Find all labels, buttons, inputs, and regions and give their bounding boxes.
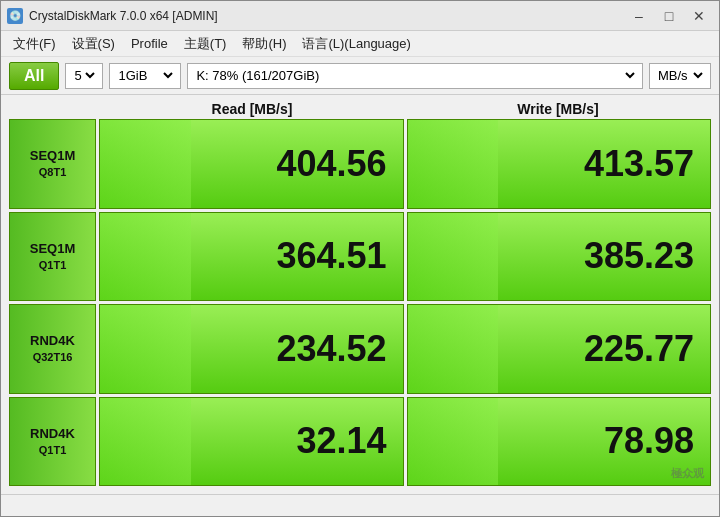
row-sub-label: Q32T16 xyxy=(33,350,73,364)
window-title: CrystalDiskMark 7.0.0 x64 [ADMIN] xyxy=(29,9,218,23)
row-sub-label: Q8T1 xyxy=(39,165,67,179)
main-window: 💿 CrystalDiskMark 7.0.0 x64 [ADMIN] – □ … xyxy=(0,0,720,517)
menu-help[interactable]: 帮助(H) xyxy=(234,33,294,55)
menu-file[interactable]: 文件(F) xyxy=(5,33,64,55)
write-value: 78.98 xyxy=(604,420,694,462)
watermark: 極众观 xyxy=(671,466,704,481)
row-label-rnd4k-q32t16: RND4K Q32T16 xyxy=(9,304,96,394)
read-cell-rnd4k-q1t1: 32.14 xyxy=(99,397,404,487)
row-label-seq1m-q8t1: SEQ1M Q8T1 xyxy=(9,119,96,209)
write-cell-rnd4k-q1t1: 78.98 極众观 xyxy=(407,397,712,487)
minimize-button[interactable]: – xyxy=(625,5,653,27)
read-cell-seq1m-q1t1: 364.51 xyxy=(99,212,404,302)
write-cell-seq1m-q8t1: 413.57 xyxy=(407,119,712,209)
row-sub-label: Q1T1 xyxy=(39,258,67,272)
drive-select[interactable]: K: 78% (161/207GiB) xyxy=(192,67,638,84)
read-value: 404.56 xyxy=(276,143,386,185)
read-value: 234.52 xyxy=(276,328,386,370)
row-main-label: RND4K xyxy=(30,426,75,443)
size-select[interactable]: 512MB 1GiB 2GiB 4GiB 8GiB 16GiB 32GiB xyxy=(114,67,176,84)
app-icon: 💿 xyxy=(7,8,23,24)
read-cell-seq1m-q8t1: 404.56 xyxy=(99,119,404,209)
close-button[interactable]: ✕ xyxy=(685,5,713,27)
bottom-bar xyxy=(1,494,719,516)
row-label-seq1m-q1t1: SEQ1M Q1T1 xyxy=(9,212,96,302)
col-write-header: Write [MB/s] xyxy=(405,101,711,117)
drive-select-box[interactable]: K: 78% (161/207GiB) xyxy=(187,63,643,89)
window-controls: – □ ✕ xyxy=(625,5,713,27)
read-cell-rnd4k-q32t16: 234.52 xyxy=(99,304,404,394)
write-cell-seq1m-q1t1: 385.23 xyxy=(407,212,712,302)
all-button[interactable]: All xyxy=(9,62,59,90)
read-value: 32.14 xyxy=(296,420,386,462)
menubar: 文件(F) 设置(S) Profile 主题(T) 帮助(H) 语言(L)(La… xyxy=(1,31,719,57)
table-header: Read [MB/s] Write [MB/s] xyxy=(99,101,711,117)
row-sub-label: Q1T1 xyxy=(39,443,67,457)
unit-select-box[interactable]: MB/s GB/s IOPS μs xyxy=(649,63,711,89)
menu-theme[interactable]: 主题(T) xyxy=(176,33,235,55)
row-main-label: RND4K xyxy=(30,333,75,350)
row-main-label: SEQ1M xyxy=(30,241,76,258)
menu-profile[interactable]: Profile xyxy=(123,34,176,53)
table-row: RND4K Q32T16 234.52 225.77 xyxy=(9,304,711,394)
table-row: SEQ1M Q1T1 364.51 385.23 xyxy=(9,212,711,302)
title-bar: 💿 CrystalDiskMark 7.0.0 x64 [ADMIN] – □ … xyxy=(1,1,719,31)
data-table: SEQ1M Q8T1 404.56 413.57 SEQ1M Q1T1 364.… xyxy=(9,119,711,486)
menu-language[interactable]: 语言(L)(Language) xyxy=(294,33,418,55)
main-content: Read [MB/s] Write [MB/s] SEQ1M Q8T1 404.… xyxy=(1,95,719,494)
write-value: 225.77 xyxy=(584,328,694,370)
table-row: RND4K Q1T1 32.14 78.98 極众观 xyxy=(9,397,711,487)
size-select-box[interactable]: 512MB 1GiB 2GiB 4GiB 8GiB 16GiB 32GiB xyxy=(109,63,181,89)
unit-select[interactable]: MB/s GB/s IOPS μs xyxy=(654,67,706,84)
maximize-button[interactable]: □ xyxy=(655,5,683,27)
write-value: 385.23 xyxy=(584,235,694,277)
read-value: 364.51 xyxy=(276,235,386,277)
write-cell-rnd4k-q32t16: 225.77 xyxy=(407,304,712,394)
col-read-header: Read [MB/s] xyxy=(99,101,405,117)
write-value: 413.57 xyxy=(584,143,694,185)
row-main-label: SEQ1M xyxy=(30,148,76,165)
count-select[interactable]: 1 3 5 9 xyxy=(70,67,98,84)
table-row: SEQ1M Q8T1 404.56 413.57 xyxy=(9,119,711,209)
row-label-rnd4k-q1t1: RND4K Q1T1 xyxy=(9,397,96,487)
count-select-box[interactable]: 1 3 5 9 xyxy=(65,63,103,89)
menu-settings[interactable]: 设置(S) xyxy=(64,33,123,55)
title-bar-left: 💿 CrystalDiskMark 7.0.0 x64 [ADMIN] xyxy=(7,8,218,24)
toolbar: All 1 3 5 9 512MB 1GiB 2GiB 4GiB 8GiB 16… xyxy=(1,57,719,95)
